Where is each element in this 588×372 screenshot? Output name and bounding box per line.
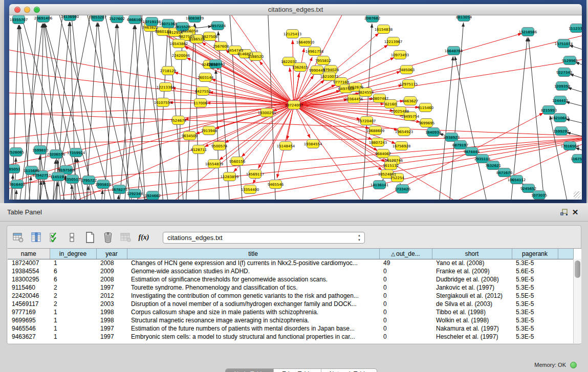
cell-name[interactable]: 9115460 <box>8 283 50 292</box>
cell-in_degree[interactable]: 1 <box>50 333 96 341</box>
cell-title[interactable]: Embryonic stem cells: a model to study s… <box>127 333 379 341</box>
cell-out_de...[interactable]: 49 <box>379 259 432 267</box>
column-header-year[interactable]: year <box>96 249 127 259</box>
cell-out_de...[interactable]: 0 <box>379 308 432 316</box>
cell-in_degree[interactable]: 2 <box>50 283 96 292</box>
cell-out_de...[interactable]: 0 <box>379 333 432 341</box>
cell-year[interactable]: 2003 <box>96 300 127 308</box>
cell-pagerank[interactable]: 5.3E-5 <box>512 308 558 316</box>
cell-out_de...[interactable]: 0 <box>379 292 432 300</box>
cell-pagerank[interactable]: 5.5E-5 <box>512 292 558 300</box>
cell-year[interactable]: 2012 <box>96 292 127 300</box>
cell-in_degree[interactable]: 2 <box>50 300 96 308</box>
cell-filler[interactable] <box>558 308 573 316</box>
cell-title[interactable]: Structural magnetic resonance image aver… <box>127 316 379 324</box>
cell-filler[interactable] <box>558 259 573 267</box>
cell-short[interactable]: Jankovic et al. (1997) <box>432 283 512 292</box>
table-row[interactable]: 1872400712008Changes of HCN gene express… <box>8 259 573 267</box>
cell-title[interactable]: Changes of HCN gene expression and I(f) … <box>127 259 379 267</box>
cell-filler[interactable] <box>558 324 573 333</box>
table-row[interactable]: 911546021997Tourette syndrome. Phenomeno… <box>8 283 573 292</box>
table-row[interactable]: 969969511998Structural magnetic resonanc… <box>8 316 573 324</box>
node-table-grid[interactable]: namein_degreeyeartitle△out_de...shortpag… <box>8 249 574 341</box>
column-header-short[interactable]: short <box>432 249 512 259</box>
import-table-button[interactable] <box>120 231 132 244</box>
cell-in_degree[interactable]: 2 <box>50 292 96 300</box>
cell-filler[interactable] <box>558 333 573 341</box>
table-row[interactable]: 977716911998Corpus callosum shape and si… <box>8 308 573 316</box>
cell-pagerank[interactable]: 5.3E-5 <box>512 324 558 333</box>
cell-year[interactable]: 1997 <box>96 283 127 292</box>
cell-year[interactable]: 2008 <box>96 275 127 283</box>
cell-in_degree[interactable]: 6 <box>50 275 96 283</box>
cell-short[interactable]: Nakamura et al. (1997) <box>432 324 512 333</box>
cell-pagerank[interactable]: 5.3E-5 <box>512 316 558 324</box>
new-table-button[interactable] <box>84 231 96 244</box>
cell-year[interactable]: 2008 <box>96 259 127 267</box>
column-header-out_de...[interactable]: △out_de... <box>379 249 432 259</box>
cell-name[interactable]: 18724007 <box>8 259 50 267</box>
column-header-pagerank[interactable]: pagerank <box>512 249 558 259</box>
cell-in_degree[interactable]: 1 <box>50 316 96 324</box>
cell-out_de...[interactable]: 0 <box>379 300 432 308</box>
cell-filler[interactable] <box>558 275 573 283</box>
column-header-in_degree[interactable]: in_degree <box>50 249 96 259</box>
cell-out_de...[interactable]: 0 <box>379 267 432 275</box>
cell-pagerank[interactable]: 5.3E-5 <box>512 283 558 292</box>
cell-title[interactable]: Genome-wide association studies in ADHD. <box>127 267 379 275</box>
select-column-button[interactable] <box>30 231 42 244</box>
cell-title[interactable]: Corpus callosum shape and size in male p… <box>127 308 379 316</box>
cell-year[interactable]: 1998 <box>96 316 127 324</box>
cell-short[interactable]: Dudbridge et al. (2008) <box>432 275 512 283</box>
citation-graph[interactable]: 1872400712125413166409101496175879558129… <box>9 15 582 200</box>
table-scrollbar-thumb[interactable] <box>575 260 580 278</box>
cell-name[interactable]: 9777169 <box>8 308 50 316</box>
table-settings-button[interactable] <box>12 231 25 244</box>
cell-short[interactable]: Yano et al. (2008) <box>432 259 512 267</box>
column-header-title[interactable]: title <box>127 249 379 259</box>
float-panel-icon[interactable] <box>558 207 570 217</box>
cell-short[interactable]: Hescheler et al. (1997) <box>432 333 512 341</box>
cell-in_degree[interactable]: 1 <box>50 308 96 316</box>
cell-year[interactable]: 2009 <box>96 267 127 275</box>
table-row[interactable]: 2242004622012Investigating the contribut… <box>8 292 573 300</box>
cell-title[interactable]: Investigating the contribution of common… <box>127 292 379 300</box>
cell-year[interactable]: 1998 <box>96 308 127 316</box>
delete-table-button[interactable] <box>102 231 114 244</box>
cell-short[interactable]: Stergiakouli et al. (2012) <box>432 292 512 300</box>
close-window-button[interactable] <box>14 7 20 13</box>
cell-filler[interactable] <box>558 300 573 308</box>
cell-filler[interactable] <box>558 316 573 324</box>
cell-filler[interactable] <box>558 267 573 275</box>
cell-pagerank[interactable]: 5.3E-5 <box>512 259 558 267</box>
table-row[interactable]: 946362711997Embryonic stem cells: a mode… <box>8 333 573 341</box>
cell-title[interactable]: Estimation of significance thresholds fo… <box>127 275 379 283</box>
cell-short[interactable]: de Silva et al. (2003) <box>432 300 512 308</box>
cell-year[interactable]: 1997 <box>96 324 127 333</box>
cell-in_degree[interactable]: 6 <box>50 267 96 275</box>
cell-out_de...[interactable]: 0 <box>379 275 432 283</box>
cell-name[interactable]: 9463627 <box>8 333 50 341</box>
minimize-window-button[interactable] <box>24 7 30 13</box>
select-rows-button[interactable] <box>48 231 60 244</box>
network-canvas[interactable]: 1872400712125413166409101496175879558129… <box>9 15 582 200</box>
cell-name[interactable]: 9465546 <box>8 324 50 333</box>
table-row[interactable]: 1456911722003Disruption of a novel membe… <box>8 300 573 308</box>
clear-selection-button[interactable] <box>66 231 78 244</box>
cell-in_degree[interactable]: 1 <box>50 324 96 333</box>
cell-pagerank[interactable]: 5.3E-5 <box>512 333 558 341</box>
cell-pagerank[interactable]: 5.9E-5 <box>512 275 558 283</box>
cell-pagerank[interactable]: 5.6E-5 <box>512 267 558 275</box>
table-selector-dropdown[interactable]: citations_edges.txt ▲▼ <box>163 232 365 244</box>
cell-pagerank[interactable]: 5.3E-5 <box>512 300 558 308</box>
table-row[interactable]: 1830029562008Estimation of significance … <box>8 275 573 283</box>
cell-name[interactable]: 9699695 <box>8 316 50 324</box>
cell-short[interactable]: Wolkin et al. (1998) <box>432 316 512 324</box>
cell-year[interactable]: 1997 <box>96 333 127 341</box>
table-row[interactable]: 1938455462009Genome-wide association stu… <box>8 267 573 275</box>
cell-short[interactable]: Franke et al. (2009) <box>432 267 512 275</box>
zoom-window-button[interactable] <box>34 7 40 13</box>
cell-short[interactable]: Tibbo et al. (1998) <box>432 308 512 316</box>
window-titlebar[interactable]: citations_edges.txt <box>9 4 582 15</box>
table-scrollbar[interactable] <box>573 259 581 343</box>
